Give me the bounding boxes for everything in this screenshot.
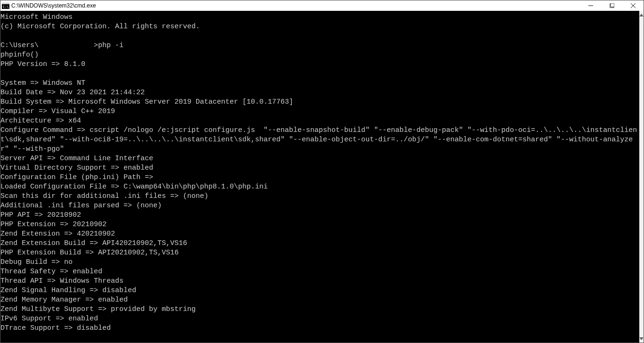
svg-marker-9 [639,337,644,340]
client-area: Microsoft Windows (c) Microsoft Corporat… [0,11,644,343]
vertical-scrollbar[interactable] [639,11,644,343]
close-button[interactable] [622,0,644,11]
titlebar[interactable]: C:\ C:\WINDOWS\system32\cmd.exe [0,0,644,11]
svg-text:C:\: C:\ [3,5,9,9]
svg-rect-1 [2,3,9,4]
scroll-up-button[interactable] [639,11,644,19]
window-title: C:\WINDOWS\system32\cmd.exe [11,2,96,9]
window-controls [580,0,644,11]
svg-rect-5 [611,3,614,7]
minimize-button[interactable] [580,0,601,11]
terminal-output[interactable]: Microsoft Windows (c) Microsoft Corporat… [0,11,639,333]
svg-marker-8 [639,14,644,16]
cmd-icon: C:\ [2,2,9,9]
maximize-button[interactable] [601,0,622,11]
cmd-window: C:\ C:\WINDOWS\system32\cmd.exe [0,0,644,343]
terminal-area[interactable]: Microsoft Windows (c) Microsoft Corporat… [0,11,639,343]
scrollbar-track-middle[interactable] [639,19,644,335]
scroll-down-button[interactable] [639,335,644,343]
